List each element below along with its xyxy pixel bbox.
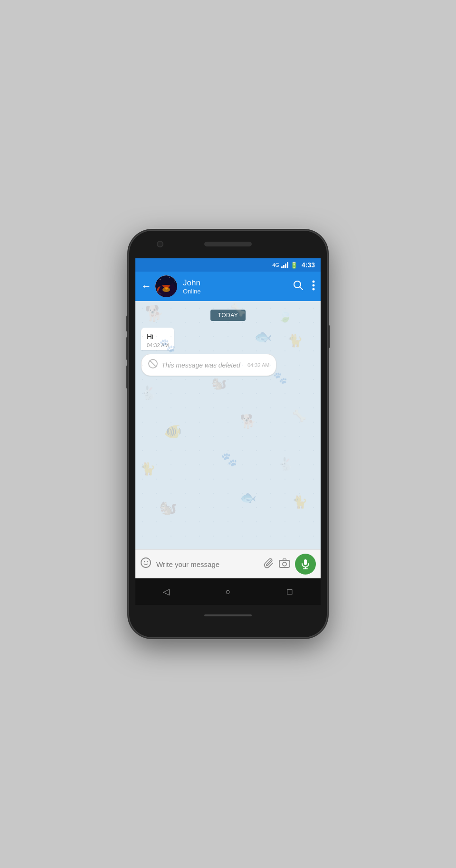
svg-point-13 bbox=[313, 284, 315, 286]
deleted-icon bbox=[148, 359, 158, 371]
signal-bar-1 bbox=[281, 266, 283, 268]
emoji-button[interactable] bbox=[140, 557, 152, 571]
message-text-hi: Hi bbox=[147, 331, 169, 341]
avatar-image bbox=[155, 275, 177, 297]
signal-bar-3 bbox=[285, 264, 286, 268]
svg-point-21 bbox=[283, 562, 286, 566]
svg-point-12 bbox=[313, 280, 315, 283]
phone-screen: 4G 🔋 4:33 ← bbox=[135, 258, 321, 605]
date-badge-text: TODAY bbox=[210, 310, 246, 321]
svg-point-17 bbox=[141, 558, 151, 567]
status-bar: 4G 🔋 4:33 bbox=[135, 258, 321, 272]
nav-back-button[interactable]: ◁ bbox=[157, 582, 176, 601]
volume-down-button bbox=[126, 337, 128, 360]
svg-point-2 bbox=[160, 279, 161, 280]
svg-line-16 bbox=[150, 361, 156, 367]
signal-bar-4 bbox=[287, 262, 288, 268]
svg-rect-22 bbox=[304, 559, 307, 565]
contact-name: John bbox=[183, 278, 293, 288]
svg-point-3 bbox=[169, 277, 170, 278]
svg-point-4 bbox=[174, 281, 174, 281]
header-actions bbox=[293, 280, 315, 293]
message-row-received: Hi 04:32 AM bbox=[141, 328, 315, 354]
deleted-message-text: This message was deleted bbox=[162, 361, 244, 369]
phone-speaker bbox=[204, 242, 252, 246]
signal-bars-icon bbox=[281, 262, 288, 268]
network-label: 4G bbox=[272, 262, 279, 268]
nav-home-button[interactable]: ○ bbox=[218, 582, 238, 601]
battery-icon: 🔋 bbox=[290, 262, 298, 269]
phone-bottom-hardware bbox=[204, 605, 252, 626]
contact-status: Online bbox=[183, 288, 293, 295]
deleted-message-time: 04:32 AM bbox=[247, 362, 269, 368]
status-bar-right: 4G 🔋 4:33 bbox=[272, 261, 315, 269]
message-bubble-received: Hi 04:32 AM bbox=[141, 328, 174, 350]
camera-button[interactable] bbox=[279, 558, 290, 570]
phone-top-hardware bbox=[128, 230, 328, 258]
attach-button[interactable] bbox=[264, 558, 274, 571]
date-badge: TODAY bbox=[141, 310, 315, 321]
phone-device: 4G 🔋 4:33 ← bbox=[128, 230, 328, 638]
deleted-message-bubble: This message was deleted 04:32 AM bbox=[141, 354, 276, 376]
silent-button bbox=[126, 365, 128, 389]
status-time: 4:33 bbox=[302, 261, 315, 269]
svg-point-14 bbox=[313, 288, 315, 290]
contact-info: John Online bbox=[183, 278, 293, 295]
chat-area: 🐕 🦴 🍃 🐾 🐟 🐈 🐇 🐿️ 🐾 🐠 🐕 🦴 🐈 🐾 🐇 🐿️ 🐟 🐈 bbox=[135, 301, 321, 549]
more-options-icon[interactable] bbox=[312, 280, 315, 293]
message-time-hi: 04:32 AM bbox=[147, 342, 169, 348]
input-area bbox=[135, 549, 321, 578]
back-button[interactable]: ← bbox=[141, 280, 152, 292]
nav-recent-button[interactable]: □ bbox=[280, 582, 299, 601]
search-icon[interactable] bbox=[293, 280, 304, 293]
app-header: ← bbox=[135, 272, 321, 301]
svg-point-18 bbox=[144, 561, 145, 562]
system-nav-bar: ◁ ○ □ bbox=[135, 578, 321, 605]
volume-up-button bbox=[126, 315, 128, 332]
contact-avatar[interactable] bbox=[155, 275, 177, 297]
svg-point-9 bbox=[162, 287, 170, 292]
svg-point-19 bbox=[147, 561, 148, 562]
power-button bbox=[328, 325, 330, 349]
front-camera bbox=[157, 241, 163, 247]
mic-button[interactable] bbox=[295, 554, 316, 575]
svg-line-11 bbox=[300, 287, 303, 290]
signal-bar-2 bbox=[283, 265, 285, 268]
message-input[interactable] bbox=[156, 560, 259, 568]
bottom-chin-bar bbox=[204, 614, 252, 616]
